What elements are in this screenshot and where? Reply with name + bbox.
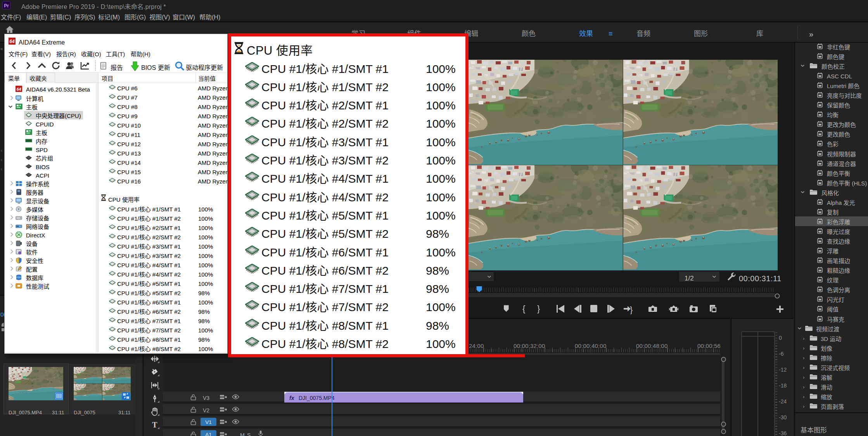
svg-text:}: } — [537, 304, 540, 313]
svg-text:}: } — [630, 305, 633, 314]
svg-text:T: T — [152, 420, 157, 429]
svg-text:{: { — [522, 304, 525, 313]
